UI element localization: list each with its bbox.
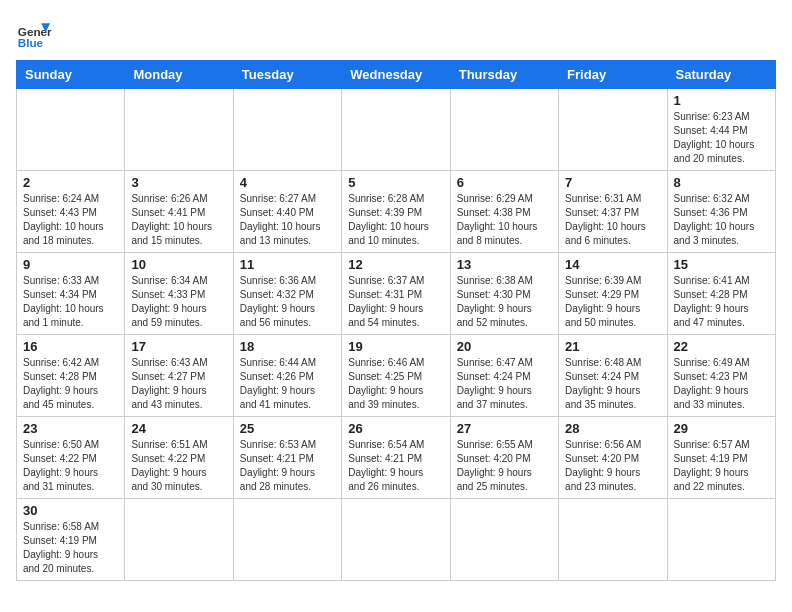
calendar-cell: 10Sunrise: 6:34 AM Sunset: 4:33 PM Dayli… [125,253,233,335]
calendar-week-row: 16Sunrise: 6:42 AM Sunset: 4:28 PM Dayli… [17,335,776,417]
calendar-cell [450,499,558,581]
weekday-header-tuesday: Tuesday [233,61,341,89]
day-info: Sunrise: 6:38 AM Sunset: 4:30 PM Dayligh… [457,274,552,330]
calendar-cell: 8Sunrise: 6:32 AM Sunset: 4:36 PM Daylig… [667,171,775,253]
day-number: 22 [674,339,769,354]
day-number: 2 [23,175,118,190]
calendar-cell [559,89,667,171]
weekday-header-row: SundayMondayTuesdayWednesdayThursdayFrid… [17,61,776,89]
page-header: General Blue [16,16,776,52]
day-number: 28 [565,421,660,436]
day-number: 15 [674,257,769,272]
calendar-cell: 25Sunrise: 6:53 AM Sunset: 4:21 PM Dayli… [233,417,341,499]
weekday-header-friday: Friday [559,61,667,89]
day-info: Sunrise: 6:50 AM Sunset: 4:22 PM Dayligh… [23,438,118,494]
calendar-cell: 14Sunrise: 6:39 AM Sunset: 4:29 PM Dayli… [559,253,667,335]
logo-icon: General Blue [16,16,52,52]
calendar-cell: 23Sunrise: 6:50 AM Sunset: 4:22 PM Dayli… [17,417,125,499]
day-number: 5 [348,175,443,190]
weekday-header-saturday: Saturday [667,61,775,89]
day-info: Sunrise: 6:36 AM Sunset: 4:32 PM Dayligh… [240,274,335,330]
day-number: 24 [131,421,226,436]
calendar-table: SundayMondayTuesdayWednesdayThursdayFrid… [16,60,776,581]
calendar-cell: 30Sunrise: 6:58 AM Sunset: 4:19 PM Dayli… [17,499,125,581]
calendar-cell: 22Sunrise: 6:49 AM Sunset: 4:23 PM Dayli… [667,335,775,417]
day-info: Sunrise: 6:31 AM Sunset: 4:37 PM Dayligh… [565,192,660,248]
calendar-cell: 2Sunrise: 6:24 AM Sunset: 4:43 PM Daylig… [17,171,125,253]
day-info: Sunrise: 6:28 AM Sunset: 4:39 PM Dayligh… [348,192,443,248]
day-info: Sunrise: 6:55 AM Sunset: 4:20 PM Dayligh… [457,438,552,494]
day-info: Sunrise: 6:42 AM Sunset: 4:28 PM Dayligh… [23,356,118,412]
day-number: 13 [457,257,552,272]
day-info: Sunrise: 6:26 AM Sunset: 4:41 PM Dayligh… [131,192,226,248]
day-info: Sunrise: 6:51 AM Sunset: 4:22 PM Dayligh… [131,438,226,494]
day-info: Sunrise: 6:41 AM Sunset: 4:28 PM Dayligh… [674,274,769,330]
calendar-cell: 6Sunrise: 6:29 AM Sunset: 4:38 PM Daylig… [450,171,558,253]
calendar-cell: 20Sunrise: 6:47 AM Sunset: 4:24 PM Dayli… [450,335,558,417]
calendar-cell [233,499,341,581]
day-number: 4 [240,175,335,190]
calendar-cell: 5Sunrise: 6:28 AM Sunset: 4:39 PM Daylig… [342,171,450,253]
day-info: Sunrise: 6:46 AM Sunset: 4:25 PM Dayligh… [348,356,443,412]
weekday-header-thursday: Thursday [450,61,558,89]
weekday-header-monday: Monday [125,61,233,89]
calendar-cell: 19Sunrise: 6:46 AM Sunset: 4:25 PM Dayli… [342,335,450,417]
day-number: 18 [240,339,335,354]
day-number: 21 [565,339,660,354]
calendar-cell [342,89,450,171]
calendar-cell: 17Sunrise: 6:43 AM Sunset: 4:27 PM Dayli… [125,335,233,417]
calendar-week-row: 23Sunrise: 6:50 AM Sunset: 4:22 PM Dayli… [17,417,776,499]
calendar-cell: 9Sunrise: 6:33 AM Sunset: 4:34 PM Daylig… [17,253,125,335]
calendar-cell: 15Sunrise: 6:41 AM Sunset: 4:28 PM Dayli… [667,253,775,335]
day-info: Sunrise: 6:54 AM Sunset: 4:21 PM Dayligh… [348,438,443,494]
day-info: Sunrise: 6:27 AM Sunset: 4:40 PM Dayligh… [240,192,335,248]
weekday-header-sunday: Sunday [17,61,125,89]
calendar-cell [125,499,233,581]
logo: General Blue [16,16,52,52]
day-info: Sunrise: 6:34 AM Sunset: 4:33 PM Dayligh… [131,274,226,330]
calendar-cell: 18Sunrise: 6:44 AM Sunset: 4:26 PM Dayli… [233,335,341,417]
day-number: 6 [457,175,552,190]
calendar-cell [667,499,775,581]
day-number: 20 [457,339,552,354]
day-info: Sunrise: 6:32 AM Sunset: 4:36 PM Dayligh… [674,192,769,248]
calendar-cell [342,499,450,581]
calendar-cell: 1Sunrise: 6:23 AM Sunset: 4:44 PM Daylig… [667,89,775,171]
day-number: 19 [348,339,443,354]
day-info: Sunrise: 6:39 AM Sunset: 4:29 PM Dayligh… [565,274,660,330]
day-number: 11 [240,257,335,272]
day-number: 3 [131,175,226,190]
day-number: 23 [23,421,118,436]
calendar-cell: 4Sunrise: 6:27 AM Sunset: 4:40 PM Daylig… [233,171,341,253]
calendar-cell: 26Sunrise: 6:54 AM Sunset: 4:21 PM Dayli… [342,417,450,499]
day-number: 8 [674,175,769,190]
day-info: Sunrise: 6:37 AM Sunset: 4:31 PM Dayligh… [348,274,443,330]
calendar-week-row: 30Sunrise: 6:58 AM Sunset: 4:19 PM Dayli… [17,499,776,581]
calendar-cell: 29Sunrise: 6:57 AM Sunset: 4:19 PM Dayli… [667,417,775,499]
calendar-cell: 24Sunrise: 6:51 AM Sunset: 4:22 PM Dayli… [125,417,233,499]
calendar-week-row: 1Sunrise: 6:23 AM Sunset: 4:44 PM Daylig… [17,89,776,171]
calendar-cell: 12Sunrise: 6:37 AM Sunset: 4:31 PM Dayli… [342,253,450,335]
calendar-cell: 28Sunrise: 6:56 AM Sunset: 4:20 PM Dayli… [559,417,667,499]
day-info: Sunrise: 6:53 AM Sunset: 4:21 PM Dayligh… [240,438,335,494]
calendar-cell: 13Sunrise: 6:38 AM Sunset: 4:30 PM Dayli… [450,253,558,335]
day-info: Sunrise: 6:57 AM Sunset: 4:19 PM Dayligh… [674,438,769,494]
day-number: 26 [348,421,443,436]
calendar-cell: 11Sunrise: 6:36 AM Sunset: 4:32 PM Dayli… [233,253,341,335]
day-info: Sunrise: 6:56 AM Sunset: 4:20 PM Dayligh… [565,438,660,494]
day-info: Sunrise: 6:58 AM Sunset: 4:19 PM Dayligh… [23,520,118,576]
calendar-cell: 3Sunrise: 6:26 AM Sunset: 4:41 PM Daylig… [125,171,233,253]
calendar-cell: 7Sunrise: 6:31 AM Sunset: 4:37 PM Daylig… [559,171,667,253]
calendar-cell [125,89,233,171]
day-info: Sunrise: 6:48 AM Sunset: 4:24 PM Dayligh… [565,356,660,412]
day-info: Sunrise: 6:47 AM Sunset: 4:24 PM Dayligh… [457,356,552,412]
day-number: 10 [131,257,226,272]
day-number: 25 [240,421,335,436]
day-number: 27 [457,421,552,436]
day-info: Sunrise: 6:33 AM Sunset: 4:34 PM Dayligh… [23,274,118,330]
calendar-cell [559,499,667,581]
weekday-header-wednesday: Wednesday [342,61,450,89]
calendar-cell [450,89,558,171]
day-number: 17 [131,339,226,354]
day-number: 14 [565,257,660,272]
